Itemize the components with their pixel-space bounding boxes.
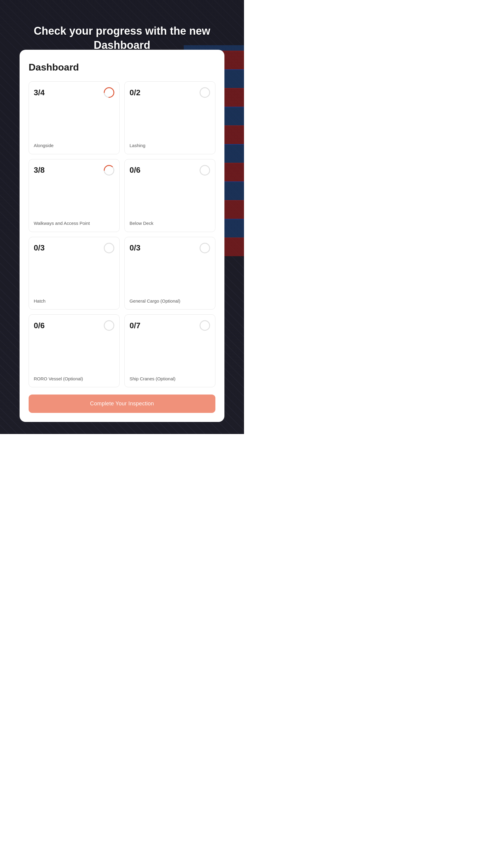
progress-circle-general-cargo [199, 243, 210, 253]
svg-point-9 [200, 321, 210, 330]
svg-point-5 [200, 165, 210, 175]
grid-item-below-deck[interactable]: 0/6 Below Deck [124, 159, 216, 232]
item-label-ship-cranes: Ship Cranes (Optional) [130, 376, 210, 382]
item-label-general-cargo: General Cargo (Optional) [130, 298, 210, 304]
item-top-below-deck: 0/6 [130, 165, 210, 176]
item-label-walkways: Walkways and Access Point [34, 220, 115, 226]
svg-point-8 [104, 321, 114, 330]
item-count-below-deck: 0/6 [130, 165, 140, 175]
complete-inspection-button[interactable]: Complete Your Inspection [29, 395, 216, 413]
progress-circle-lashing [199, 87, 210, 98]
progress-circle-alongside [104, 87, 115, 98]
grid-item-alongside[interactable]: 3/4 Alongside [29, 82, 120, 154]
progress-circle-below-deck [199, 165, 210, 176]
item-label-hatch: Hatch [34, 298, 115, 304]
progress-circle-ship-cranes [199, 320, 210, 331]
svg-point-7 [200, 243, 210, 253]
grid-item-ship-cranes[interactable]: 0/7 Ship Cranes (Optional) [124, 314, 216, 387]
item-count-lashing: 0/2 [130, 88, 140, 97]
item-top-alongside: 3/4 [34, 87, 115, 98]
dashboard-grid: 3/4 Alongside 0/2 Lash [29, 82, 216, 387]
item-count-alongside: 3/4 [34, 88, 44, 97]
svg-point-2 [200, 88, 210, 97]
item-count-walkways: 3/8 [34, 165, 44, 175]
grid-item-roro-vessel[interactable]: 0/6 RORO Vessel (Optional) [29, 314, 120, 387]
item-label-roro-vessel: RORO Vessel (Optional) [34, 376, 115, 382]
item-count-general-cargo: 0/3 [130, 243, 140, 253]
item-count-hatch: 0/3 [34, 243, 44, 253]
item-top-walkways: 3/8 [34, 165, 115, 176]
item-count-ship-cranes: 0/7 [130, 321, 140, 330]
dashboard-title: Dashboard [29, 62, 216, 73]
grid-item-general-cargo[interactable]: 0/3 General Cargo (Optional) [124, 237, 216, 310]
item-top-hatch: 0/3 [34, 243, 115, 253]
progress-circle-hatch [104, 243, 115, 253]
item-label-lashing: Lashing [130, 143, 210, 149]
item-top-lashing: 0/2 [130, 87, 210, 98]
svg-point-6 [104, 243, 114, 253]
item-count-roro-vessel: 0/6 [34, 321, 44, 330]
grid-item-lashing[interactable]: 0/2 Lashing [124, 82, 216, 154]
grid-item-walkways[interactable]: 3/8 Walkways and Access Point [29, 159, 120, 232]
progress-circle-roro-vessel [104, 320, 115, 331]
progress-circle-walkways [104, 165, 115, 176]
dashboard-card: Dashboard 3/4 Alongside 0/2 [20, 50, 224, 422]
item-top-roro-vessel: 0/6 [34, 320, 115, 331]
item-top-ship-cranes: 0/7 [130, 320, 210, 331]
item-label-alongside: Alongside [34, 143, 115, 149]
grid-item-hatch[interactable]: 0/3 Hatch [29, 237, 120, 310]
header-title: Check your progress with the new Dashboa… [6, 24, 238, 53]
item-top-general-cargo: 0/3 [130, 243, 210, 253]
item-label-below-deck: Below Deck [130, 220, 210, 226]
